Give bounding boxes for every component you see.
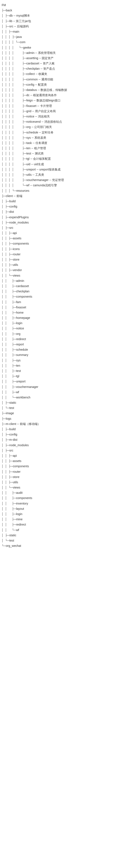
tree-node: │ └─test [2, 405, 133, 411]
tree-node: │ │ ├─ten [2, 363, 133, 368]
tree-node: │ ├─node_modules [2, 220, 133, 225]
tree-node: │ ├─src -- 后端源码 [2, 24, 133, 29]
tree-node: │ └─test [2, 538, 133, 543]
tree-node: │ │ │ │ ├─databus -- 数据总线，传输数据 [2, 87, 133, 93]
tree-node: │ │ │ │ ├─admin -- 系统管理相关 [2, 50, 133, 56]
tree-node: │ │ ├─router [2, 252, 133, 257]
tree-node: │ │ ├─assets [2, 458, 133, 464]
tree-node: │ │ ├─utils [2, 480, 133, 485]
tree-node: │ │ ├─audit [2, 490, 133, 495]
tree-node: │ │ │ │ ├─config -- 配置类 [2, 82, 133, 87]
tree-node: │ ├─db -- mysql脚本 [2, 13, 133, 18]
tree-node: │ │ │ │ ├─ureport -- ureport报表集成 [2, 167, 133, 172]
tree-node: │ │ │ │ ├─cardasset -- 资产入账 [2, 61, 133, 66]
tree-node: │ ├─config [2, 204, 133, 209]
tree-node: │ │ ├─checkplan [2, 289, 133, 294]
tree-node: │ │ │ │ ├─common -- 通用功能 [2, 77, 133, 82]
tree-node: │ │ ├─vouchermanager [2, 384, 133, 390]
tree-node: │ │ ├─store [2, 474, 133, 480]
tree-node: │ │ ├─schedule [2, 347, 133, 352]
tree-node: │ │ ├─layout [2, 506, 133, 512]
tree-node: ├─logs [2, 416, 133, 422]
tree-node: ├─back [2, 8, 133, 13]
tree-node: │ │ ├─icons [2, 246, 133, 252]
tree-node: │ │ ├─redirect [2, 337, 133, 342]
tree-node: │ │ │ │ ├─tgl -- 会计核算配置 [2, 156, 133, 161]
tree-node: │ │ ├─cardasset [2, 283, 133, 289]
tree-node: │ │ ├─wf [2, 390, 133, 395]
tree-node: │ │ │ │ └─com [2, 39, 133, 45]
tree-node: │ │ ├─admin [2, 278, 133, 283]
tree-node: │ │ ├─components [2, 241, 133, 246]
tree-node: │ │ ├─sys [2, 358, 133, 363]
tree-node: │ │ │ │ ├─sys -- 系统基类 [2, 135, 133, 141]
tree-node: │ │ │ │ ├─notice -- 消息相关 [2, 114, 133, 119]
tree-node: │ │ ├─login [2, 512, 133, 517]
tree-node: │ │ │ └─resources [2, 188, 133, 193]
tree-node: │ │ └─workbench [2, 395, 133, 400]
tree-node: │ ├─dist [2, 209, 133, 215]
tree-node: │ │ ├─org [2, 331, 133, 337]
tree-node: │ │ │ │ ├─schedule -- 定时任务 [2, 130, 133, 135]
tree-node: │ │ │ │ ├─feign -- 数据总线feign接口 [2, 98, 133, 103]
tree-node: │ │ ├─mine [2, 517, 133, 522]
tree-node: │ │ ├─api [2, 453, 133, 458]
tree-node: │ ├─config [2, 432, 133, 437]
tree-node: │ │ ├─report [2, 342, 133, 347]
tree-node: ├─client -- 前端 [2, 193, 133, 199]
tree-node: │ ├─src [2, 225, 133, 230]
tree-node: │ │ ├─components [2, 294, 133, 299]
tree-node: │ │ ├─redirect [2, 522, 133, 527]
tree-node: │ ├─m-dist [2, 437, 133, 442]
tree-node: │ │ │ │ ├─noticesend -- 消息接收站点 [2, 119, 133, 124]
tree-node: │ │ ├─main [2, 29, 133, 34]
tree-node: │ │ └─views [2, 273, 133, 278]
tree-node: │ ├─build [2, 427, 133, 432]
tree-node: │ │ ├─components [2, 495, 133, 501]
tree-node: │ │ ├─inventory [2, 501, 133, 506]
tree-node: └─org_wechat [2, 543, 133, 549]
tree-node: │ ├─expendPlugins [2, 215, 133, 220]
tree-node: │ │ │ │ ├─grid -- 用户自定义布局 [2, 108, 133, 114]
tree-node: │ │ │ │ ├─uid -- uid生成 [2, 162, 133, 167]
tree-node: │ │ ├─components [2, 464, 133, 469]
tree-node: │ │ │ │ ├─checkplan -- 资产盘点 [2, 66, 133, 71]
tree-node: │ │ │ │ ├─utils -- 工具类 [2, 172, 133, 178]
tree-node: │ │ └─wf [2, 527, 133, 533]
tree-node: FM [2, 2, 133, 8]
tree-node: │ │ │ │ ├─assetting -- 固定资产 [2, 56, 133, 61]
tree-node: │ │ ├─assets [2, 236, 133, 241]
tree-node: │ │ │ │ ├─task -- 任务调度 [2, 141, 133, 146]
tree-node: │ ├─static [2, 533, 133, 538]
tree-node: │ │ │ │ ├─ten -- 租户管理 [2, 146, 133, 151]
tree-node: │ │ │ │ ├─collect -- 收藏夹 [2, 71, 133, 76]
tree-node: │ │ ├─ureport [2, 379, 133, 384]
tree-node: ├─m-client -- 前端（移动端） [2, 422, 133, 427]
tree-node: │ ├─static [2, 400, 133, 405]
tree-node: │ │ ├─vendor [2, 268, 133, 273]
tree-node: │ │ ├─notice [2, 326, 133, 331]
directory-tree: FM├─back│ ├─db -- mysql脚本│ ├─lib -- 第三方j… [2, 2, 133, 549]
tree-node: │ │ │ │ ├─test -- 测试类 [2, 151, 133, 156]
tree-node: │ │ ├─fam [2, 300, 133, 305]
tree-node: │ │ │ │ ├─dc -- 框架通用查询条件 [2, 93, 133, 98]
tree-node: │ │ │ ├─java [2, 34, 133, 39]
tree-node: │ ├─src [2, 448, 133, 453]
tree-node: │ │ ├─router [2, 469, 133, 474]
tree-node: │ │ ├─utils [2, 262, 133, 268]
tree-node: │ │ ├─fixasset [2, 305, 133, 310]
tree-node: │ │ ├─summary [2, 352, 133, 358]
tree-node: │ │ │ │ └─geeke [2, 45, 133, 50]
tree-node: │ │ ├─store [2, 257, 133, 262]
tree-node: │ │ ├─tgl [2, 374, 133, 379]
tree-node: │ │ ├─api [2, 230, 133, 236]
tree-node: ├─image [2, 411, 133, 416]
tree-node: │ │ │ │ ├─org -- 公司部门相关 [2, 124, 133, 130]
tree-node: │ ├─node_modules [2, 443, 133, 448]
tree-node: │ │ └─views [2, 485, 133, 490]
tree-node: │ │ │ │ ├─vouchermanager -- 凭证管理 [2, 178, 133, 183]
tree-node: │ │ │ │ └─wf -- camunda流程引擎 [2, 183, 133, 188]
tree-node: │ │ ├─login [2, 320, 133, 326]
tree-node: │ │ │ │ ├─fixasset -- 卡片管理 [2, 103, 133, 108]
tree-node: │ ├─lib -- 第三方jar包 [2, 19, 133, 24]
